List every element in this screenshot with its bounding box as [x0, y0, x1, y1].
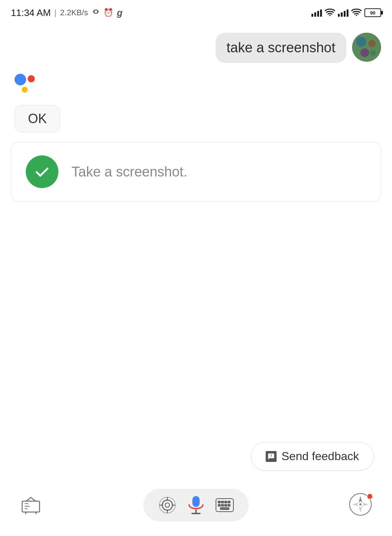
ok-text: OK	[28, 111, 47, 126]
chat-area: take a screenshot OK	[0, 25, 392, 209]
status-left: 11:34 AM | 2.2KB/s ⏰ g	[11, 7, 123, 19]
data-speed: 2.2KB/s	[60, 8, 88, 17]
svg-point-15	[162, 500, 172, 510]
user-message-text: take a screenshot	[226, 40, 335, 55]
svg-rect-31	[225, 504, 227, 506]
svg-point-2	[356, 15, 357, 16]
svg-point-16	[165, 503, 170, 507]
dot-blue	[15, 74, 26, 85]
dot-yellow	[22, 87, 28, 93]
svg-rect-29	[218, 504, 220, 506]
send-feedback-row: Send feedback	[0, 442, 392, 471]
compass-notification-dot	[367, 493, 373, 500]
svg-rect-8	[22, 501, 40, 512]
action-card-text: Take a screenshot.	[72, 164, 187, 180]
keyboard-button[interactable]	[215, 496, 234, 515]
svg-rect-26	[221, 501, 224, 503]
svg-point-5	[368, 40, 376, 47]
dot-red	[28, 75, 35, 82]
check-icon	[33, 163, 51, 181]
wifi-icon	[325, 7, 335, 19]
svg-rect-33	[220, 508, 229, 509]
svg-rect-0	[94, 10, 97, 13]
svg-point-6	[360, 48, 369, 57]
time-display: 11:34 AM	[11, 7, 51, 19]
svg-rect-27	[225, 501, 227, 503]
ok-bubble: OK	[15, 105, 60, 133]
mic-button[interactable]	[184, 493, 208, 517]
tv-icon[interactable]	[18, 492, 44, 518]
svg-point-4	[356, 37, 366, 47]
compass-icon-wrapper[interactable]	[348, 492, 374, 518]
separator: |	[54, 8, 57, 17]
svg-point-1	[329, 15, 331, 16]
alarm-icon: ⏰	[103, 8, 113, 17]
center-pill	[143, 489, 249, 521]
svg-point-3	[352, 33, 381, 62]
g-app-icon: g	[117, 7, 123, 19]
send-feedback-label: Send feedback	[282, 450, 359, 463]
camera-search-button[interactable]	[158, 496, 177, 515]
svg-rect-32	[228, 504, 230, 506]
check-circle	[26, 155, 58, 188]
svg-rect-28	[228, 501, 230, 503]
bottom-section: Send feedback	[0, 442, 392, 536]
wifi-icon-2	[351, 8, 362, 17]
svg-point-35	[359, 503, 362, 505]
google-assistant-logo	[15, 74, 44, 99]
svg-rect-21	[192, 496, 200, 507]
svg-rect-30	[221, 504, 224, 506]
svg-rect-25	[218, 501, 220, 503]
user-message-row: take a screenshot	[11, 33, 381, 63]
signal-bars-1	[311, 9, 322, 17]
user-avatar	[352, 33, 381, 62]
assistant-response-row: OK Take a screenshot.	[11, 74, 381, 202]
send-feedback-button[interactable]: Send feedback	[251, 442, 374, 471]
user-message-bubble: take a screenshot	[216, 33, 346, 63]
bottom-nav	[0, 485, 392, 525]
feedback-icon	[266, 451, 277, 462]
status-bar: 11:34 AM | 2.2KB/s ⏰ g	[0, 0, 392, 25]
signal-bars-2	[338, 9, 348, 17]
vibrate-icon	[92, 8, 100, 18]
action-card: Take a screenshot.	[11, 142, 381, 202]
svg-point-7	[370, 50, 376, 56]
battery-icon: 90	[364, 8, 381, 17]
status-right: 90	[311, 7, 381, 19]
